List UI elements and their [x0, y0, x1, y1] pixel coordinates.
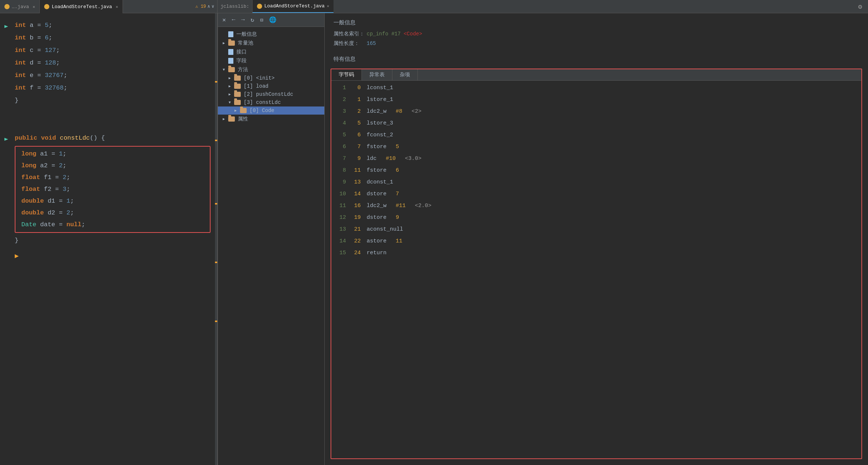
tab-label-left: ….java — [12, 4, 29, 10]
code-line-1: int a = 5; — [0, 19, 213, 32]
bytecode-tabs: 字节码 异常表 杂项 — [331, 69, 861, 81]
gutter-arrow-1 — [3, 22, 10, 29]
tree-label-load: [1] load — [244, 83, 268, 89]
scroll-mark-3 — [215, 203, 217, 204]
tree-item-methods[interactable]: ▼ 方法 — [218, 65, 324, 74]
toolbar-forward-btn[interactable]: → — [240, 16, 246, 24]
bc-row-1: 1 0 lconst_1 — [331, 82, 861, 94]
tree-panel: ✕ ← → ↻ ⊟ 🌐 一般信息 ▶ 常量池 — [218, 13, 325, 465]
bc-row-8: 8 11 fstore 6 — [331, 165, 861, 176]
hl-line-7: Date date = null; — [15, 219, 210, 231]
folder-icon-code — [240, 108, 247, 113]
bc-row-5: 5 6 fconst_2 — [331, 129, 861, 141]
tab-loadandstoretest[interactable]: LoadAndStoreTest.java ✕ — [40, 0, 123, 13]
tree-item-fields[interactable]: 字段 — [218, 56, 324, 65]
tree-content: 一般信息 ▶ 常量池 接口 字段 ▼ — [218, 27, 324, 126]
method-name: constLdc — [60, 132, 90, 144]
tree-item-code[interactable]: ▶ [0] Code — [218, 106, 324, 115]
highlighted-code-block: long a1 = 1; long a2 = 2; float f1 = 2; … — [15, 146, 211, 233]
scroll-mark-1 — [215, 81, 217, 83]
bytecode-tab-misc[interactable]: 杂项 — [392, 69, 418, 80]
bytecode-table[interactable]: 1 0 lconst_1 2 1 lstore_1 3 2 ldc2_w #8 … — [331, 81, 861, 458]
folder-icon-init — [234, 76, 241, 81]
tab-java-left[interactable]: ….java ✕ — [0, 0, 40, 13]
props-attr-label: 属性名索引： — [334, 31, 367, 37]
tree-label-pushconstldc: [2] pushConstLdc — [244, 91, 293, 97]
hl-line-5: double d1 = 1; — [15, 195, 210, 207]
tree-item-attributes[interactable]: ▶ 属性 — [218, 115, 324, 123]
bc-row-11: 11 16 ldc2_w #11 <2.0> — [331, 200, 861, 212]
kw-int-3: int — [15, 44, 26, 57]
props-attr-value-green: cp_info #17 — [367, 31, 401, 37]
scrollbar[interactable] — [215, 13, 217, 465]
tree-item-constldc[interactable]: ▼ [3] constLdc — [218, 98, 324, 106]
tree-item-interfaces[interactable]: 接口 — [218, 48, 324, 56]
tab-label-main: LoadAndStoreTest.java — [52, 4, 112, 10]
settings-icon[interactable]: ⚙ — [858, 3, 862, 11]
tree-item-init[interactable]: ▶ [0] <init> — [218, 74, 324, 82]
tree-item-general-info[interactable]: 一般信息 — [218, 30, 324, 39]
props-attr-value-red: <Code> — [403, 31, 422, 37]
file-icon-fields — [228, 58, 233, 64]
scroll-mark-4 — [215, 262, 217, 263]
code-line-brace1: } — [0, 94, 213, 107]
warning-indicator: ⚠ 19 — [195, 4, 206, 9]
code-blank-2 — [0, 119, 213, 132]
bytecode-tab-bytecode[interactable]: 字节码 — [331, 69, 362, 80]
tree-item-pushconstldc[interactable]: ▶ [2] pushConstLdc — [218, 90, 324, 98]
tree-label-methods: 方法 — [238, 66, 248, 73]
toolbar-refresh-btn[interactable]: ↻ — [249, 15, 256, 24]
tree-label-constants: 常量池 — [238, 40, 253, 46]
props-general-section: 一般信息 属性名索引： cp_info #17 <Code> 属性长度： 165 — [325, 13, 868, 56]
jclasslib-tab-label: LoadAndStoreTest.java — [264, 3, 325, 9]
tree-item-constants[interactable]: ▶ 常量池 — [218, 39, 324, 48]
tab-close-main[interactable]: ✕ — [116, 4, 118, 9]
toolbar-web-btn[interactable]: 🌐 — [268, 15, 278, 24]
file-icon-general — [228, 31, 233, 37]
bytecode-tab-exceptions[interactable]: 异常表 — [362, 69, 392, 80]
bottom-indicator: ▶ — [0, 250, 213, 263]
svg-marker-1 — [4, 138, 8, 141]
tab-icon-main — [44, 4, 49, 9]
kw-public: public — [15, 132, 37, 144]
bc-row-14: 14 22 astore 11 — [331, 235, 861, 247]
code-blank-1 — [0, 107, 213, 119]
bc-row-3: 3 2 ldc2_w #8 <2> — [331, 106, 861, 118]
file-icon-interfaces — [228, 49, 233, 55]
toolbar-back-btn[interactable]: ← — [230, 16, 237, 24]
toolbar-collapse-btn[interactable]: ⊟ — [259, 16, 265, 24]
bc-row-4: 4 5 lstore_3 — [331, 118, 861, 129]
props-length-label: 属性长度： — [334, 40, 367, 47]
bc-row-9: 9 13 dconst_1 — [331, 176, 861, 188]
folder-icon-pushconstldc — [234, 92, 241, 97]
folder-icon-load — [234, 84, 241, 89]
hl-line-3: float f1 = 2; — [15, 172, 210, 183]
hl-line-1: long a1 = 1; — [15, 148, 210, 160]
code-line-6: int f = 32768; — [0, 82, 213, 94]
props-length-row: 属性长度： 165 — [334, 40, 859, 47]
tree-label-interfaces: 接口 — [236, 49, 247, 55]
hl-line-4: float f2 = 3; — [15, 183, 210, 195]
tree-label-code: [0] Code — [250, 108, 274, 113]
nav-down-btn[interactable]: ∨ — [212, 4, 214, 9]
kw-int-5: int — [15, 69, 26, 82]
jclasslib-tab-icon — [257, 4, 262, 9]
jclasslib-tab-close[interactable]: ✕ — [327, 4, 329, 8]
tree-item-load[interactable]: ▶ [1] load — [218, 82, 324, 90]
scroll-mark-2 — [215, 140, 217, 141]
toolbar-close-btn[interactable]: ✕ — [221, 15, 227, 24]
props-special-section: 特有信息 — [325, 56, 868, 69]
code-line-brace2: } — [0, 234, 213, 247]
nav-up-btn[interactable]: ∧ — [208, 4, 210, 9]
code-line-method: public void constLdc() { — [0, 132, 213, 144]
props-general-title: 一般信息 — [334, 19, 859, 26]
code-line-5: int e = 32767; — [0, 69, 213, 82]
folder-icon-constldc — [234, 100, 241, 105]
bc-row-12: 12 19 dstore 9 — [331, 212, 861, 224]
tab-close-left[interactable]: ✕ — [33, 4, 35, 9]
jclasslib-tab-main[interactable]: LoadAndStoreTest.java ✕ — [253, 0, 334, 13]
jclasslib-prefix: jclasslib: — [218, 0, 253, 13]
props-attr-row: 属性名索引： cp_info #17 <Code> — [334, 31, 859, 37]
kw-int-2: int — [15, 32, 26, 44]
kw-int-6: int — [15, 82, 26, 94]
